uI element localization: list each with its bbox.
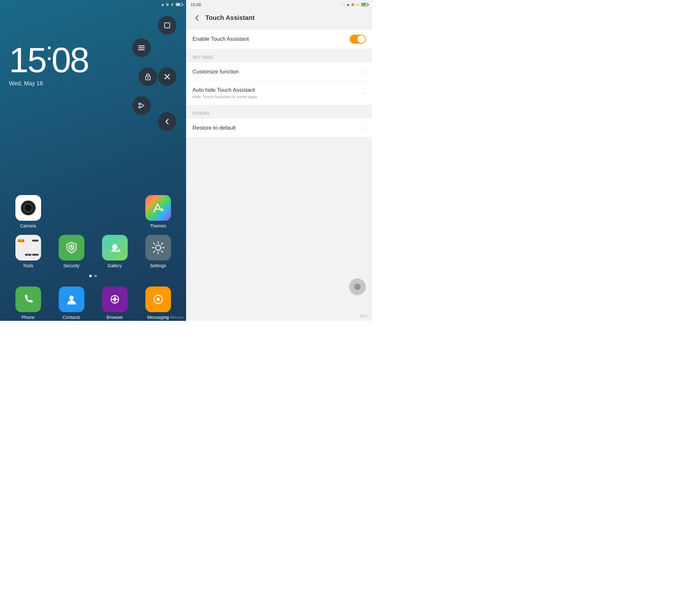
customize-function-content: Customize function xyxy=(193,69,364,75)
wifi-icon-right: ▲ xyxy=(346,2,350,7)
tools-label: Tools xyxy=(23,263,33,268)
clock-minutes: 08 xyxy=(52,40,88,80)
themes-icon xyxy=(145,195,171,221)
auto-hide-content: Auto hide Touch Assistant Hide Touch Ass… xyxy=(193,87,364,99)
dot-2[interactable] xyxy=(94,275,97,277)
tools-icon: 🐱 ↑ N ↓ xyxy=(15,235,41,260)
app-item-gallery[interactable]: Gallery xyxy=(99,235,131,268)
status-time-right: 15:08 xyxy=(191,2,201,7)
camera-lens-outer xyxy=(21,200,36,215)
app-item-tools[interactable]: 🐱 ↑ N ↓ Tools xyxy=(12,235,44,268)
restore-default-title: Restore to default xyxy=(193,125,364,131)
right-panel: 15:08 ··· ▲ ⊠ ⚡ Touch Assistant Enable T… xyxy=(186,0,372,321)
dot-1[interactable] xyxy=(89,275,92,277)
app-grid: Camera Themes 🐱 xyxy=(0,195,186,282)
app-item-security[interactable]: Security xyxy=(56,235,87,268)
auto-hide-item[interactable]: Auto hide Touch Assistant Hide Touch Ass… xyxy=(186,81,372,105)
svg-point-22 xyxy=(157,298,160,301)
restore-default-item[interactable]: Restore to default › xyxy=(186,119,372,137)
dots-icon: ··· xyxy=(341,2,345,7)
page-title: Touch Assistant xyxy=(205,14,254,21)
enable-label: Enable Touch Assistant xyxy=(193,36,249,42)
page-dots xyxy=(0,275,186,277)
ta-button-square[interactable] xyxy=(158,16,176,35)
app-item-phone[interactable]: Phone xyxy=(12,286,44,320)
status-bar-left: ▲ ⊠ ⚡ xyxy=(0,0,186,9)
ta-button-close[interactable] xyxy=(158,67,176,86)
ta-button-back[interactable] xyxy=(158,112,176,131)
browser-label: Browser xyxy=(106,315,123,320)
clock-date: Wed, May 18 xyxy=(9,80,88,87)
security-label: Security xyxy=(63,263,80,268)
battery-right xyxy=(361,3,368,6)
camera-icon xyxy=(15,195,41,221)
status-icons-left: ▲ ⊠ ⚡ xyxy=(161,2,182,7)
chevron-restore: › xyxy=(364,124,366,131)
miui-watermark-right: MIUI xyxy=(360,314,368,318)
ta-button-menu[interactable] xyxy=(132,39,151,57)
bottom-dock: Phone Contacts Browser xyxy=(0,285,186,321)
floating-dot xyxy=(354,284,361,290)
gallery-icon xyxy=(102,235,128,260)
app-item-themes[interactable]: Themes xyxy=(142,195,174,228)
customize-function-title: Customize function xyxy=(193,69,364,75)
contacts-icon xyxy=(59,286,84,312)
auto-hide-subtitle: Hide Touch Assistant in some apps. xyxy=(193,94,364,99)
section-header-others-text: OTHERS xyxy=(193,111,210,116)
contacts-label: Contacts xyxy=(63,315,80,320)
app-item-browser[interactable]: Browser xyxy=(99,286,131,320)
messaging-icon xyxy=(145,286,171,312)
back-button[interactable] xyxy=(191,12,203,24)
app-item-messaging[interactable]: Messaging xyxy=(142,286,174,320)
chevron-customize: › xyxy=(364,68,366,75)
enable-touch-assistant-row[interactable]: Enable Touch Assistant xyxy=(186,29,372,49)
app-item-settings[interactable]: Settings xyxy=(142,235,174,268)
gallery-label: Gallery xyxy=(107,263,122,268)
camera-label: Camera xyxy=(20,223,36,228)
enable-toggle[interactable] xyxy=(350,35,366,44)
miui-watermark-left: en.MIUI.com xyxy=(165,316,183,319)
svg-point-16 xyxy=(69,296,74,300)
svg-point-5 xyxy=(147,77,148,79)
status-icons-right: ··· ▲ ⊠ ⚡ xyxy=(341,2,368,7)
left-panel: ▲ ⊠ ⚡ 15:08 Wed, May 18 xyxy=(0,0,186,321)
top-bar: Touch Assistant xyxy=(186,9,372,27)
app-row-1: Camera Themes xyxy=(0,195,186,228)
chevron-autohide: › xyxy=(364,90,366,97)
settings-icon xyxy=(145,235,171,260)
bolt-icon-right: ⚡ xyxy=(355,3,360,7)
section-header-settings: SETTINGS xyxy=(186,49,372,63)
ta-button-scissors[interactable] xyxy=(132,96,151,115)
svg-point-15 xyxy=(156,245,161,250)
clock-colon: : xyxy=(45,37,51,65)
app-row-2: 🐱 ↑ N ↓ Tools xyxy=(0,235,186,268)
battery-fill-right xyxy=(362,3,366,5)
settings-label: Settings xyxy=(150,263,166,268)
browser-icon xyxy=(102,286,128,312)
settings-content: Enable Touch Assistant SETTINGS Customiz… xyxy=(186,27,372,321)
security-icon xyxy=(59,235,84,260)
wifi-icon-left: ▲ xyxy=(161,2,164,7)
battery-fill-left xyxy=(176,3,180,5)
app-item-contacts[interactable]: Contacts xyxy=(56,286,87,320)
status-bar-right: 15:08 ··· ▲ ⊠ ⚡ xyxy=(186,0,372,9)
toggle-knob xyxy=(357,35,365,43)
auto-hide-title: Auto hide Touch Assistant xyxy=(193,87,364,93)
restore-default-content: Restore to default xyxy=(193,125,364,131)
svg-point-8 xyxy=(139,103,140,105)
section-header-others: OTHERS xyxy=(186,105,372,119)
phone-icon xyxy=(15,286,41,312)
clock-time: 15:08 xyxy=(9,39,88,78)
svg-point-9 xyxy=(139,106,140,108)
battery-left xyxy=(176,3,182,6)
phone-label: Phone xyxy=(21,315,34,320)
floating-assistant-button[interactable] xyxy=(349,278,366,295)
ta-button-lock[interactable] xyxy=(139,67,157,86)
camera-lens-inner xyxy=(24,203,33,212)
clock-hours: 15 xyxy=(9,40,45,80)
bolt-icon-left: ⚡ xyxy=(170,3,175,7)
sim-icon-right: ⊠ xyxy=(351,3,354,7)
app-item-camera[interactable]: Camera xyxy=(12,195,44,228)
customize-function-item[interactable]: Customize function › xyxy=(186,63,372,81)
section-header-settings-text: SETTINGS xyxy=(193,55,213,60)
